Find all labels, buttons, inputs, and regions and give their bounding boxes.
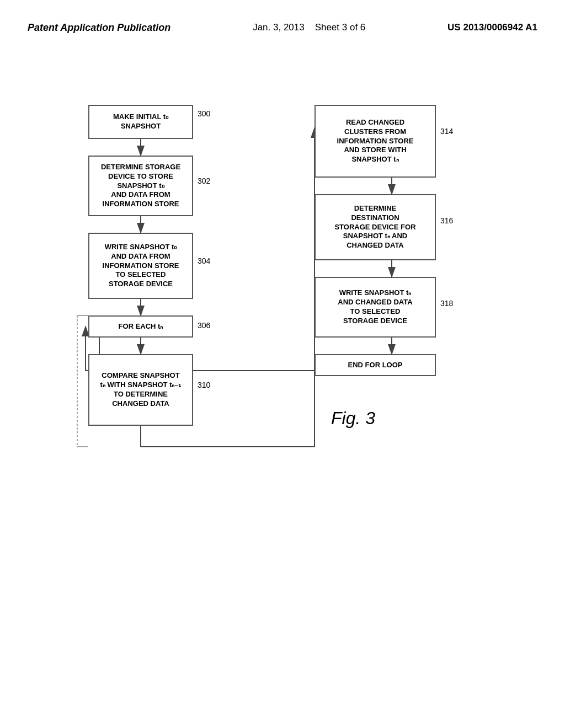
box-302: DETERMINE STORAGE DEVICE TO STORE SNAPSH… bbox=[88, 156, 193, 216]
step-304: 304 bbox=[198, 256, 210, 265]
step-306: 306 bbox=[198, 321, 210, 330]
box-318: WRITE SNAPSHOT tₙ AND CHANGED DATA TO SE… bbox=[315, 277, 436, 338]
step-302: 302 bbox=[198, 176, 210, 185]
flowchart-diagram: MAKE INITIAL t₀ SNAPSHOT 300 DETERMINE S… bbox=[44, 94, 524, 645]
box-304: WRITE SNAPSHOT t₀ AND DATA FROM INFORMAT… bbox=[88, 233, 193, 299]
sheet-label: Sheet 3 of 6 bbox=[315, 22, 366, 33]
box-314: READ CHANGED CLUSTERS FROM INFORMATION S… bbox=[315, 105, 436, 178]
box-endfor: END FOR LOOP bbox=[315, 354, 436, 376]
step-316: 316 bbox=[440, 216, 453, 225]
box-306: FOR EACH tₙ bbox=[88, 315, 193, 338]
box-300: MAKE INITIAL t₀ SNAPSHOT bbox=[88, 105, 193, 139]
step-318: 318 bbox=[440, 299, 453, 308]
date-label: Jan. 3, 2013 bbox=[253, 22, 305, 33]
box-316: DETERMINE DESTINATION STORAGE DEVICE FOR… bbox=[315, 194, 436, 260]
publication-label: Patent Application Publication bbox=[28, 22, 170, 34]
box-310: COMPARE SNAPSHOT tₙ WITH SNAPSHOT tₙ₋₁ T… bbox=[88, 354, 193, 426]
step-300: 300 bbox=[198, 109, 210, 118]
date-sheet-label: Jan. 3, 2013 Sheet 3 of 6 bbox=[253, 22, 365, 33]
patent-number-label: US 2013/0006942 A1 bbox=[447, 22, 537, 33]
step-310: 310 bbox=[198, 381, 210, 389]
figure-label: Fig. 3 bbox=[331, 408, 375, 429]
step-314: 314 bbox=[440, 127, 453, 136]
